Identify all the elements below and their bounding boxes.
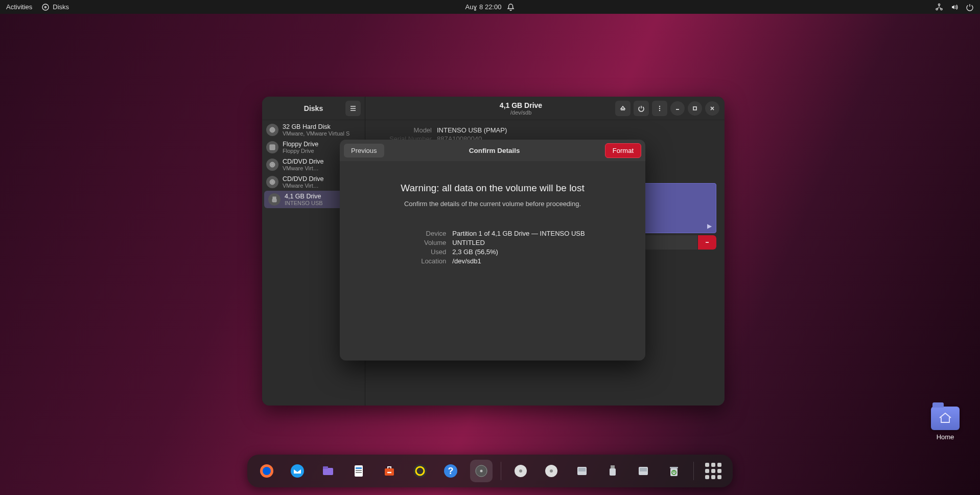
location-value: /dev/sdb1 bbox=[452, 257, 481, 265]
svg-rect-41 bbox=[611, 465, 615, 468]
svg-point-8 bbox=[272, 164, 273, 166]
svg-rect-22 bbox=[323, 466, 328, 469]
header-subtitle: /dev/sdb bbox=[427, 109, 615, 116]
hdd-icon bbox=[266, 124, 278, 136]
dock-show-apps[interactable] bbox=[702, 460, 725, 482]
clock[interactable]: Auɣ 8 22:00 bbox=[465, 3, 502, 11]
power-off-button[interactable] bbox=[634, 101, 649, 116]
dock-separator bbox=[501, 462, 501, 480]
svg-rect-21 bbox=[323, 468, 333, 475]
network-icon[interactable] bbox=[935, 3, 943, 11]
warning-heading: Warning: all data on the volume will be … bbox=[347, 183, 638, 194]
svg-point-2 bbox=[938, 4, 940, 5]
dock-trash[interactable] bbox=[663, 460, 685, 482]
dock-rhythmbox[interactable] bbox=[409, 460, 431, 482]
svg-point-5 bbox=[270, 127, 275, 132]
previous-button[interactable]: Previous bbox=[344, 144, 384, 158]
device-row-hdd[interactable]: 32 GB Hard DiskVMware, VMware Virtual S bbox=[262, 121, 365, 139]
device-title: Floppy Drive bbox=[283, 141, 318, 148]
svg-point-1 bbox=[45, 6, 46, 8]
header-title: 4,1 GB Drive bbox=[427, 101, 615, 109]
model-label: Model bbox=[376, 126, 432, 134]
device-sub: Floppy Drive bbox=[283, 148, 318, 154]
svg-point-38 bbox=[550, 469, 553, 472]
dock-software[interactable] bbox=[378, 460, 401, 482]
svg-point-20 bbox=[291, 464, 304, 478]
desktop-home-icon[interactable]: Home bbox=[931, 407, 960, 441]
volume-label: Volume bbox=[400, 239, 446, 246]
device-sub: INTENSO USB bbox=[285, 200, 323, 206]
device-title: CD/DVD Drive bbox=[283, 175, 324, 183]
format-button[interactable]: Format bbox=[605, 143, 641, 158]
maximize-button[interactable] bbox=[688, 101, 702, 116]
dialog-title: Confirm Details bbox=[469, 147, 520, 154]
dock-mounted-drive1[interactable] bbox=[571, 460, 593, 482]
disks-icon bbox=[41, 3, 50, 11]
svg-rect-6 bbox=[270, 145, 275, 150]
dock-mounted-cd2[interactable] bbox=[540, 460, 563, 482]
dock-mounted-usb[interactable] bbox=[601, 460, 624, 482]
svg-text:?: ? bbox=[448, 466, 454, 476]
dock-separator-2 bbox=[693, 462, 694, 480]
device-title: 32 GB Hard Disk bbox=[283, 123, 349, 130]
device-sub: VMware, VMware Virtual S bbox=[283, 130, 349, 137]
warning-sub: Confirm the details of the current volum… bbox=[347, 200, 638, 208]
svg-rect-12 bbox=[272, 199, 276, 202]
used-label: Used bbox=[400, 248, 446, 256]
notification-icon[interactable] bbox=[506, 3, 515, 11]
svg-rect-24 bbox=[356, 467, 362, 469]
device-sub: VMware Virt… bbox=[283, 165, 324, 171]
dock-mounted-drive2[interactable] bbox=[632, 460, 655, 482]
svg-point-14 bbox=[659, 107, 660, 108]
dock-thunderbird[interactable] bbox=[286, 460, 309, 482]
delete-partition-button[interactable] bbox=[698, 235, 716, 250]
activities-button[interactable]: Activities bbox=[6, 3, 32, 11]
svg-rect-46 bbox=[670, 467, 678, 468]
svg-rect-16 bbox=[693, 107, 696, 110]
location-label: Location bbox=[400, 257, 446, 265]
close-button[interactable] bbox=[705, 101, 719, 116]
top-bar: Activities Disks Auɣ 8 22:00 bbox=[0, 0, 980, 14]
volume-icon[interactable] bbox=[950, 3, 959, 11]
eject-button[interactable] bbox=[615, 101, 631, 116]
drive-menu-button[interactable] bbox=[652, 101, 667, 116]
sidebar-title: Disks bbox=[304, 104, 323, 112]
svg-rect-40 bbox=[578, 468, 586, 471]
confirm-details-dialog: Previous Confirm Details Format Warning:… bbox=[340, 140, 645, 361]
desktop-home-label: Home bbox=[931, 433, 960, 441]
dock-help[interactable]: ? bbox=[439, 460, 462, 482]
dock-libreoffice[interactable] bbox=[347, 460, 370, 482]
svg-point-0 bbox=[42, 4, 49, 10]
svg-point-10 bbox=[272, 182, 273, 183]
svg-point-19 bbox=[263, 467, 271, 475]
svg-rect-11 bbox=[273, 197, 276, 199]
used-value: 2,3 GB (56,5%) bbox=[452, 248, 498, 256]
power-icon[interactable] bbox=[966, 3, 974, 11]
device-value: Partition 1 of 4,1 GB Drive — INTENSO US… bbox=[452, 230, 585, 237]
svg-point-15 bbox=[659, 109, 660, 110]
header-bar: 4,1 GB Drive /dev/sdb bbox=[365, 97, 725, 120]
svg-rect-25 bbox=[356, 470, 362, 471]
usb-icon bbox=[268, 193, 281, 206]
minimize-button[interactable] bbox=[670, 101, 685, 116]
svg-point-36 bbox=[519, 469, 522, 472]
cd-icon bbox=[266, 159, 278, 171]
dock: ? bbox=[247, 455, 733, 487]
device-title: CD/DVD Drive bbox=[283, 158, 324, 165]
dock-files[interactable] bbox=[317, 460, 339, 482]
app-indicator-label: Disks bbox=[53, 3, 69, 11]
svg-rect-26 bbox=[356, 472, 362, 473]
dock-firefox[interactable] bbox=[255, 460, 278, 482]
svg-point-13 bbox=[659, 105, 660, 106]
dock-mounted-cd1[interactable] bbox=[509, 460, 532, 482]
dock-disks[interactable] bbox=[470, 460, 493, 482]
app-menu-button[interactable] bbox=[345, 101, 361, 116]
floppy-icon bbox=[266, 141, 278, 153]
svg-point-34 bbox=[480, 470, 483, 472]
svg-rect-42 bbox=[610, 468, 616, 476]
device-title: 4,1 GB Drive bbox=[285, 193, 323, 200]
app-indicator[interactable]: Disks bbox=[41, 3, 69, 11]
cd-icon bbox=[266, 176, 278, 188]
model-value: INTENSO USB (PMAP) bbox=[437, 126, 507, 134]
mount-indicator-icon: ▶ bbox=[707, 222, 712, 230]
